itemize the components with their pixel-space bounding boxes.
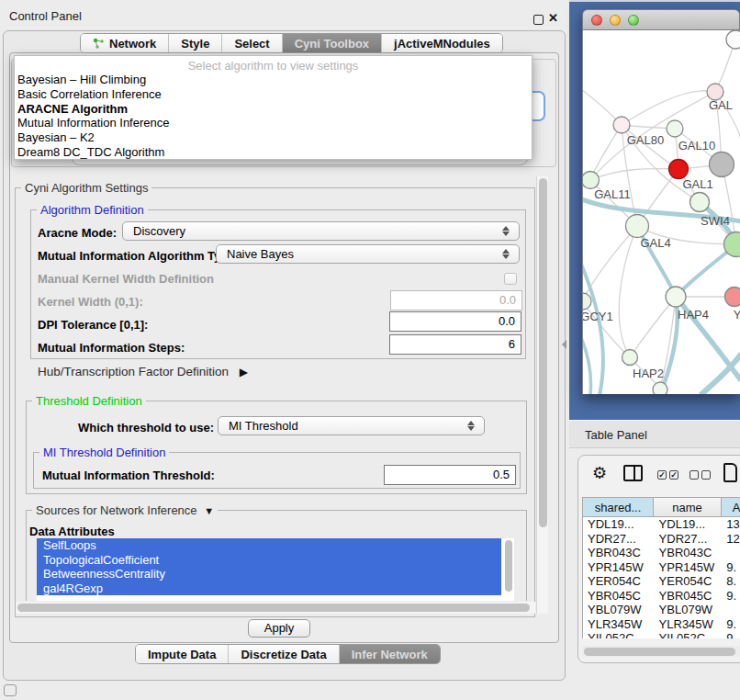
mi-threshold-field[interactable]: 0.5 — [384, 465, 516, 485]
network-canvas[interactable]: GAL GAL80 GAL10 GAL1 GAL11 SWI4 GAL4 GCY… — [582, 30, 740, 394]
node-HAP4[interactable] — [666, 287, 686, 307]
node[interactable] — [653, 382, 667, 394]
cell[interactable]: 9. — [722, 589, 740, 604]
table-row[interactable]: YDR27...YDR27...12... — [583, 532, 740, 547]
apply-button[interactable]: Apply — [248, 619, 310, 638]
algorithm-option[interactable]: Dream8 DC_TDC Algorithm — [15, 145, 532, 160]
split-pane-handle-icon[interactable] — [562, 340, 566, 349]
expand-right-icon[interactable]: ▶ — [240, 366, 248, 378]
node-Y[interactable] — [725, 288, 740, 307]
settings-hscrollbar[interactable] — [16, 602, 535, 614]
cell[interactable]: 13... — [722, 517, 740, 532]
node-HAP2[interactable] — [622, 350, 638, 366]
table-row[interactable]: YLR345WYLR345W9. — [583, 617, 740, 632]
cell[interactable]: YBR045C — [583, 589, 655, 604]
node-GAL1[interactable] — [669, 160, 689, 179]
cell[interactable]: YPR145W — [583, 560, 655, 575]
list-scrollbar[interactable] — [503, 538, 514, 601]
node-GAL4[interactable] — [626, 215, 649, 238]
node-GAL11[interactable] — [583, 172, 600, 189]
minimized-panel-icon[interactable] — [4, 684, 17, 696]
gear-icon[interactable]: ⚙ — [592, 463, 607, 482]
table-row[interactable]: YPR145WYPR145W9. — [583, 560, 740, 575]
cell[interactable]: 12... — [722, 532, 740, 547]
algorithm-option[interactable]: Bayesian – K2 — [15, 130, 532, 145]
mi-type-select[interactable]: Naive Bayes — [216, 244, 520, 264]
node-GCY1[interactable] — [583, 293, 591, 310]
cell[interactable]: YER054C — [655, 574, 723, 589]
cell[interactable]: 9 — [722, 631, 740, 638]
collapse-down-icon[interactable]: ▼ — [204, 505, 214, 516]
cell[interactable]: YBL079W — [583, 603, 655, 617]
close-icon[interactable]: ✕ — [548, 11, 558, 25]
cell[interactable] — [722, 546, 740, 560]
column-header-name[interactable]: name — [654, 497, 722, 517]
settings-vscrollbar-thumb[interactable] — [539, 178, 547, 527]
list-scrollbar-thumb[interactable] — [505, 540, 512, 592]
attribute-item[interactable]: TopologicalCoefficient — [37, 553, 501, 568]
hub-section-header[interactable]: Hub/Transcription Factor Definition ▶ — [38, 365, 248, 378]
cell[interactable]: YER054C — [583, 574, 655, 589]
tab-infer-network[interactable]: Infer Network — [340, 645, 440, 663]
tab-jactivemnodules[interactable]: jActiveMNodules — [382, 34, 502, 52]
cell[interactable]: YBR043C — [655, 546, 723, 560]
settings-hscrollbar-thumb[interactable] — [17, 604, 530, 612]
cell[interactable]: YDR27... — [655, 532, 723, 547]
column-browser-icon[interactable] — [623, 465, 643, 481]
attribute-item[interactable]: SelfLoops — [37, 538, 501, 553]
minimize-traffic-light[interactable] — [610, 15, 621, 26]
cell[interactable]: YDL19... — [655, 517, 723, 532]
table-row[interactable]: YBL079WYBL079W — [583, 603, 740, 617]
manual-kernel-checkbox[interactable] — [504, 273, 517, 285]
table-row[interactable]: YBR043CYBR043C — [583, 546, 740, 560]
float-panel-icon[interactable] — [533, 15, 544, 25]
tab-discretize-data[interactable]: Discretize Data — [229, 645, 339, 663]
attribute-item[interactable]: gal4RGexp — [37, 581, 501, 596]
deselect-all-columns-icon2[interactable] — [701, 470, 711, 480]
table-hscrollbar-thumb[interactable] — [584, 648, 735, 656]
which-threshold-select[interactable]: MI Threshold — [218, 416, 485, 435]
table-hscrollbar[interactable] — [582, 646, 740, 657]
tab-cyni-toolbox[interactable]: Cyni Toolbox — [283, 34, 382, 52]
table-row[interactable]: YBR045CYBR045C9. — [583, 589, 740, 604]
new-table-icon[interactable] — [723, 463, 737, 482]
cell[interactable] — [722, 603, 740, 617]
cell[interactable]: YDL19... — [583, 517, 655, 532]
algorithm-option[interactable]: Basic Correlation Inference — [15, 87, 532, 102]
select-all-columns-icon2[interactable]: ✓ — [669, 470, 678, 480]
dpi-tolerance-field[interactable]: 0.0 — [389, 311, 521, 332]
tab-network[interactable]: Network — [81, 34, 169, 52]
table-row[interactable]: YER054CYER054C8. — [583, 574, 740, 589]
aracne-mode-select[interactable]: Discovery — [122, 221, 520, 241]
table-row[interactable]: YDL19...YDL19...13... — [583, 517, 740, 532]
cell[interactable]: YLR345W — [583, 617, 655, 632]
kernel-width-field[interactable]: 0.0 — [390, 290, 522, 310]
cell[interactable]: 9. — [722, 617, 740, 632]
network-window-titlebar[interactable] — [582, 9, 740, 30]
cell[interactable]: YBL079W — [655, 603, 723, 617]
cell[interactable]: YIL052C — [655, 631, 723, 638]
node-GAL10[interactable] — [667, 120, 683, 137]
algorithm-option[interactable]: Bayesian – Hill Climbing — [15, 73, 532, 87]
zoom-traffic-light[interactable] — [628, 15, 639, 26]
settings-vscrollbar[interactable] — [536, 176, 548, 614]
close-traffic-light[interactable] — [591, 15, 602, 26]
node-GAL80[interactable] — [613, 117, 630, 133]
cell[interactable]: YBR045C — [655, 589, 723, 604]
algorithm-option[interactable]: Mutual Information Inference — [15, 116, 532, 130]
tab-impute-data[interactable]: Impute Data — [136, 645, 229, 663]
tab-select[interactable]: Select — [222, 34, 282, 52]
table-row[interactable]: YIL052CYIL052C9 — [583, 631, 740, 638]
cell[interactable]: YLR345W — [655, 617, 723, 632]
node[interactable] — [726, 30, 740, 49]
node[interactable] — [710, 152, 734, 177]
select-all-columns-icon[interactable]: ✓ — [657, 470, 667, 480]
cell[interactable]: YDR27... — [583, 532, 655, 547]
cell[interactable]: 8. — [722, 574, 740, 589]
node-SWI4[interactable] — [690, 193, 710, 212]
attribute-item[interactable]: BetweennessCentrality — [37, 567, 501, 581]
deselect-all-columns-icon[interactable] — [690, 470, 699, 480]
cell[interactable]: YIL052C — [583, 631, 655, 638]
algorithm-option-selected[interactable]: ARACNE Algorithm — [15, 102, 532, 117]
cell[interactable]: YPR145W — [655, 560, 723, 575]
